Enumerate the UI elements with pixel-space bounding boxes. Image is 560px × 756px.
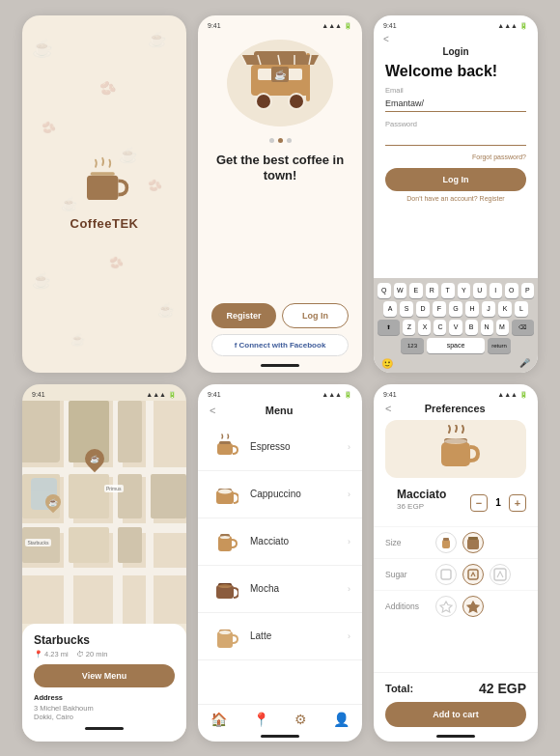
nav-home[interactable]: 🏠	[210, 712, 227, 727]
key-d[interactable]: D	[416, 301, 430, 317]
key-w[interactable]: W	[394, 283, 407, 298]
key-c[interactable]: C	[434, 320, 446, 335]
emoji-button[interactable]: 🙂	[381, 358, 393, 369]
key-p[interactable]: P	[521, 283, 535, 298]
dot-2	[278, 138, 283, 143]
key-n[interactable]: N	[481, 320, 493, 335]
espresso-name: Espresso	[250, 441, 348, 452]
svg-point-20	[256, 94, 271, 109]
keyboard-row-4: 123 space return	[378, 338, 534, 353]
key-g[interactable]: G	[449, 301, 462, 317]
register-button[interactable]: Register	[211, 303, 276, 328]
key-h[interactable]: H	[465, 301, 479, 317]
key-l[interactable]: L	[515, 301, 528, 317]
menu-item-espresso[interactable]: Espresso ›	[198, 424, 362, 471]
svg-rect-16	[258, 69, 273, 80]
nav-profile[interactable]: 👤	[333, 712, 350, 727]
addition-plain[interactable]	[435, 596, 457, 617]
pref-header: < Preferences	[374, 401, 538, 420]
screen-map: 9:41 ▲▲▲ 🔋	[22, 384, 186, 742]
mocha-name: Mocha	[250, 583, 348, 594]
address-label: Address	[34, 693, 175, 702]
key-y[interactable]: Y	[458, 283, 471, 298]
menu-item-latte[interactable]: Latte ›	[198, 613, 362, 660]
key-j[interactable]: J	[482, 301, 495, 317]
key-shift[interactable]: ⬆	[378, 320, 400, 335]
svg-rect-12	[91, 172, 115, 176]
latte-icon	[210, 621, 240, 652]
key-q[interactable]: Q	[378, 283, 391, 298]
sugar-options	[435, 564, 511, 585]
keyboard-row-2: A S D F G H J K L	[378, 301, 534, 317]
menu-item-cappuccino[interactable]: Cappuccino ›	[198, 471, 362, 518]
svg-point-36	[220, 536, 230, 539]
svg-text:☕: ☕	[157, 302, 175, 319]
total-label: Total:	[385, 683, 413, 694]
login-submit-button[interactable]: Log In	[385, 168, 526, 191]
key-r[interactable]: R	[426, 283, 439, 298]
dot-1	[269, 138, 274, 143]
key-o[interactable]: O	[505, 283, 518, 298]
key-backspace[interactable]: ⌫	[512, 320, 534, 335]
map-view[interactable]: Starbucks Primus	[22, 401, 186, 624]
key-f[interactable]: F	[433, 301, 446, 317]
password-input[interactable]	[385, 129, 526, 146]
key-u[interactable]: U	[473, 283, 487, 298]
key-t[interactable]: T	[441, 283, 455, 298]
key-a[interactable]: A	[383, 301, 397, 317]
mic-button[interactable]: 🎤	[519, 358, 530, 368]
coffee-cup-icon	[78, 156, 130, 209]
macciato-name: Macciato	[250, 536, 348, 546]
svg-point-21	[289, 94, 304, 109]
svg-text:🫘: 🫘	[148, 178, 162, 192]
key-space[interactable]: space	[427, 338, 485, 353]
nav-settings[interactable]: ⚙	[294, 712, 307, 727]
size-small[interactable]	[435, 532, 457, 553]
product-name: Macciato	[385, 488, 458, 502]
sugar-none[interactable]	[435, 564, 457, 585]
svg-rect-48	[467, 539, 479, 549]
sugar-low[interactable]	[462, 564, 484, 585]
qty-increase[interactable]: +	[509, 494, 526, 512]
key-k[interactable]: K	[498, 301, 512, 317]
svg-rect-46	[442, 540, 450, 548]
svg-rect-43	[441, 442, 470, 466]
cappuccino-chevron: ›	[348, 490, 350, 499]
menu-item-macciato[interactable]: Macciato ›	[198, 518, 362, 566]
back-button-6[interactable]: <	[385, 403, 391, 414]
carousel-dots	[198, 138, 362, 143]
key-b[interactable]: B	[465, 320, 478, 335]
facebook-button[interactable]: f Connect with Facebook	[211, 334, 349, 356]
menu-item-mocha[interactable]: Mocha ›	[198, 566, 362, 613]
key-return[interactable]: return	[488, 338, 511, 353]
macciato-icon	[210, 526, 240, 557]
add-to-cart-button[interactable]: Add to cart	[385, 702, 526, 727]
email-input[interactable]	[385, 96, 526, 112]
nav-location[interactable]: 📍	[253, 712, 269, 727]
view-menu-button[interactable]: View Menu	[34, 664, 175, 687]
home-indicator	[261, 364, 299, 367]
login-button[interactable]: Log In	[282, 303, 349, 328]
screen-login: 9:41 ▲▲▲ 🔋 < Login Welcome back! Email P…	[374, 15, 538, 373]
sugar-high[interactable]	[490, 564, 511, 585]
key-s[interactable]: S	[400, 301, 413, 317]
key-v[interactable]: V	[449, 320, 462, 335]
qty-decrease[interactable]: −	[470, 494, 488, 512]
key-z[interactable]: Z	[403, 320, 415, 335]
back-button-5[interactable]: <	[210, 405, 215, 416]
key-i[interactable]: I	[490, 283, 503, 298]
forgot-password-link[interactable]: Forgot password?	[374, 154, 538, 160]
key-x[interactable]: X	[418, 320, 431, 335]
size-large[interactable]	[462, 532, 484, 553]
svg-rect-50	[441, 570, 451, 579]
key-m[interactable]: M	[496, 320, 509, 335]
key-numbers[interactable]: 123	[401, 338, 424, 353]
key-e[interactable]: E	[409, 283, 423, 298]
back-button-3[interactable]: <	[374, 32, 538, 46]
store-name: Starbucks	[34, 633, 175, 647]
sugar-row: Sugar	[374, 558, 538, 590]
mocha-icon	[210, 574, 240, 604]
svg-marker-53	[440, 602, 452, 612]
addition-special[interactable]	[462, 596, 484, 617]
screen-splash: ☕ 🫘 ☕ 🫘 ☕ ☕ 🫘 ☕ 🫘 ☕ ☕ Cof	[22, 15, 186, 373]
